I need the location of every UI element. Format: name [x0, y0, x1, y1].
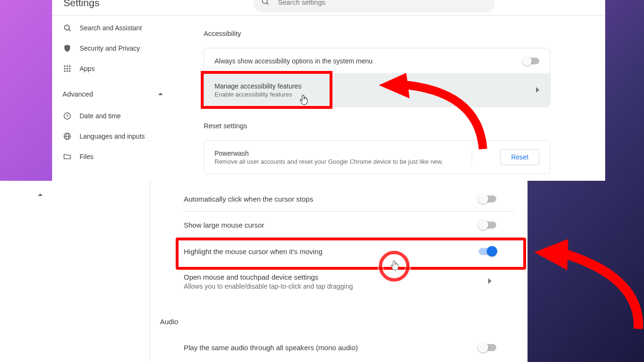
svg-rect-10 [64, 71, 65, 72]
always-show-toggle[interactable] [523, 58, 539, 64]
row-label: Always show accessibility options in the… [215, 57, 373, 65]
reset-button[interactable]: Reset [500, 149, 539, 165]
sidebar-item-languages-inputs[interactable]: Languages and inputs [52, 128, 175, 144]
chevron-right-icon [536, 87, 539, 94]
svg-rect-11 [67, 71, 68, 72]
sidebar-item-label: Apps [80, 65, 95, 72]
highlight-cursor-row[interactable]: Highlight the mouse cursor when it's mov… [160, 238, 520, 265]
settings-panel-bottom: ecurity nd input Automatically click whe… [0, 181, 528, 362]
sidebar-item-label: Languages and inputs [80, 132, 145, 140]
svg-rect-6 [69, 65, 71, 67]
sidebar-item-security-privacy[interactable]: Security and Privacy [52, 40, 175, 56]
sidebar-divider [150, 181, 150, 362]
highlight-cursor-toggle[interactable] [479, 248, 496, 255]
mono-audio-row[interactable]: Play the same audio through all speakers… [160, 334, 520, 361]
powerwash-row: Powerwash Remove all user accounts and r… [204, 141, 550, 174]
sidebar-item-label: Files [80, 153, 94, 160]
mono-audio-toggle[interactable] [479, 344, 496, 351]
search-input[interactable] [278, 0, 467, 6]
svg-rect-5 [67, 65, 68, 67]
settings-panel-top: Settings Search and Assistant Security a… [52, 0, 605, 181]
autoclick-row[interactable]: Automatically click when the cursor stop… [160, 186, 520, 211]
chevron-up-icon [158, 90, 163, 98]
sidebar-item-label: Search and Assistant [80, 24, 142, 32]
row-sublabel: Enable accessibility features [215, 91, 302, 98]
svg-rect-4 [64, 65, 65, 67]
open-mouse-touchpad-row[interactable]: Open mouse and touchpad device settings … [160, 265, 520, 299]
sidebar-item-label: Security and Privacy [80, 44, 140, 52]
chevron-up-icon [38, 193, 43, 198]
page-title: Settings [63, 0, 99, 9]
chevron-right-icon [488, 278, 492, 285]
autoclick-toggle[interactable] [479, 195, 496, 203]
settings-header: Settings [52, 0, 605, 16]
row-label: Show large mouse cursor [184, 221, 264, 229]
clock-icon [63, 111, 72, 121]
settings-main: Accessibility Always show accessibility … [204, 30, 550, 174]
sidebar-item-fragment-security[interactable]: ecurity [0, 235, 80, 251]
audio-section-title: Audio [160, 299, 520, 334]
search-box[interactable] [253, 0, 495, 12]
svg-marker-21 [488, 278, 492, 284]
row-sublabel: Remove all user accounts and reset your … [215, 158, 443, 165]
apps-grid-icon [63, 64, 72, 73]
row-sublabel: Allows you to enable/disable tap-to-clic… [184, 283, 353, 290]
svg-rect-7 [64, 68, 65, 70]
row-label: Highlight the mouse cursor when it's mov… [184, 247, 322, 256]
svg-marker-13 [158, 93, 163, 95]
sidebar-item-fragment-input[interactable]: nd input [0, 257, 80, 274]
svg-rect-12 [69, 71, 71, 72]
svg-point-0 [262, 0, 268, 4]
svg-marker-20 [38, 194, 43, 196]
row-label: Automatically click when the cursor stop… [184, 195, 313, 203]
accessibility-group-title: Accessibility [204, 30, 550, 37]
sidebar-item-apps[interactable]: Apps [52, 61, 175, 77]
row-label: Manage accessibility features [215, 82, 302, 90]
svg-marker-18 [536, 87, 539, 93]
svg-point-2 [64, 25, 70, 30]
row-label: Play the same audio through all speakers… [184, 344, 358, 352]
settings-main-bottom: Automatically click when the cursor stop… [160, 181, 520, 361]
svg-line-1 [267, 3, 268, 4]
svg-rect-8 [67, 68, 68, 70]
row-label: Powerwash [215, 150, 443, 157]
manage-accessibility-row[interactable]: Manage accessibility features Enable acc… [204, 73, 550, 106]
reset-group-title: Reset settings [204, 122, 550, 130]
large-cursor-toggle[interactable] [479, 221, 496, 229]
sidebar-item-date-time[interactable]: Date and time [52, 108, 175, 124]
row-label: Open mouse and touchpad device settings [184, 273, 353, 281]
search-icon [261, 0, 269, 8]
settings-sidebar: Search and Assistant Security and Privac… [52, 16, 175, 169]
svg-rect-9 [69, 68, 71, 70]
magnifier-icon [63, 23, 72, 33]
sidebar-advanced-label: Advanced [63, 90, 93, 98]
globe-icon [63, 132, 72, 141]
folder-icon [63, 152, 72, 161]
sidebar-advanced-toggle[interactable]: Advanced [52, 87, 166, 101]
sidebar-item-files[interactable]: Files [52, 149, 175, 165]
reset-card: Powerwash Remove all user accounts and r… [204, 140, 550, 174]
svg-line-3 [69, 29, 70, 31]
shield-icon [63, 44, 72, 53]
sidebar-item-label: Date and time [80, 112, 121, 120]
always-show-accessibility-row[interactable]: Always show accessibility options in the… [204, 48, 550, 73]
settings-sidebar-bottom: ecurity nd input [0, 181, 150, 362]
accessibility-card: Always show accessibility options in the… [204, 48, 550, 107]
large-cursor-row[interactable]: Show large mouse cursor [160, 212, 520, 238]
cursor-hand-icon [299, 95, 307, 104]
sidebar-item-search-assistant[interactable]: Search and Assistant [52, 20, 175, 36]
